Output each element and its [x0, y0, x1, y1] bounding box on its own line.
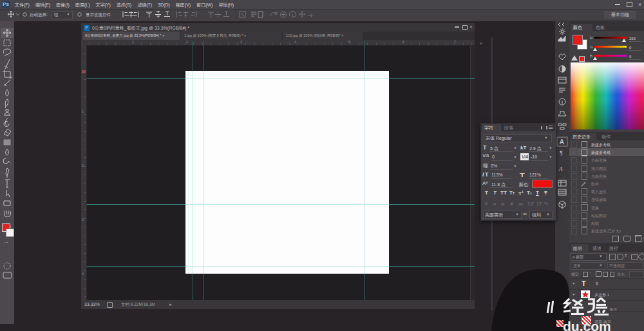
- svg-text:¶: ¶: [560, 149, 563, 156]
- svg-text:...: ...: [4, 238, 8, 244]
- svg-text:A: A: [560, 138, 564, 146]
- svg-text:A: A: [558, 166, 563, 172]
